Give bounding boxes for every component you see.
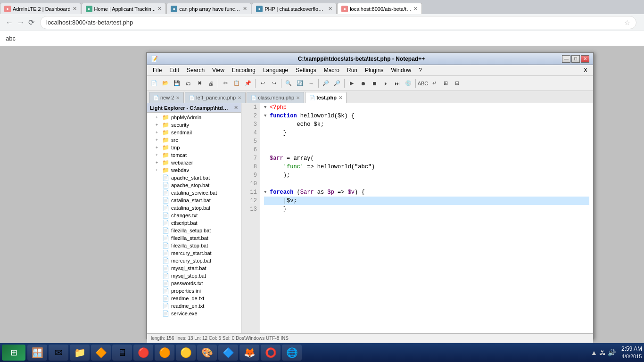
code-line-3[interactable]: echo $k; bbox=[264, 120, 589, 129]
taskbar-app-skype[interactable]: 🖥 bbox=[112, 345, 132, 361]
npp-tab-close-4[interactable]: ✕ bbox=[339, 95, 342, 100]
address-bar[interactable]: localhost:8000/ats-beta/test.php ☆ bbox=[40, 16, 636, 29]
explorer-item-13[interactable]: 📄changes.txt bbox=[147, 212, 241, 219]
taskbar-app-filezilla[interactable]: 🟡 bbox=[176, 345, 196, 361]
explorer-item-18[interactable]: 📄mercury_start.bat bbox=[147, 249, 241, 257]
explorer-item-0[interactable]: +📁phpMyAdmin bbox=[147, 114, 241, 121]
explorer-item-7[interactable]: +📁webdav bbox=[147, 166, 241, 174]
taskbar-app-notepad[interactable]: 🔷 bbox=[218, 345, 238, 361]
explorer-item-3[interactable]: +📁src bbox=[147, 136, 241, 144]
npp-close-button[interactable]: ✕ bbox=[581, 55, 589, 63]
npp-tab-4[interactable]: 📄test.php✕ bbox=[305, 92, 347, 103]
code-line-8[interactable]: 'func' => helloworld("abc") bbox=[264, 163, 589, 171]
taskbar-app-firefox[interactable]: 🦊 bbox=[239, 345, 259, 361]
toolbar-saveall[interactable]: 🗂 bbox=[183, 78, 193, 89]
explorer-item-23[interactable]: 📄properties.ini bbox=[147, 287, 241, 295]
npp-menu-run[interactable]: Run bbox=[343, 66, 361, 74]
npp-menu-view[interactable]: View bbox=[208, 66, 228, 74]
taskbar-app-xampp[interactable]: 🔶 bbox=[91, 345, 111, 361]
toolbar-wordwrap[interactable]: ↵ bbox=[429, 78, 439, 89]
fold-btn-1[interactable]: ▼ bbox=[264, 103, 269, 112]
code-line-7[interactable]: $arr = array( bbox=[264, 154, 589, 163]
explorer-item-9[interactable]: 📄apache_stop.bat bbox=[147, 181, 241, 189]
npp-menu-macro[interactable]: Macro bbox=[320, 66, 343, 74]
toolbar-find[interactable]: 🔍 bbox=[283, 78, 294, 89]
npp-minimize-button[interactable]: — bbox=[562, 55, 570, 63]
code-line-10[interactable] bbox=[264, 180, 589, 188]
npp-menu-window[interactable]: Window bbox=[387, 66, 415, 74]
npp-maximize-button[interactable]: □ bbox=[571, 55, 580, 63]
npp-menu-?[interactable]: ? bbox=[415, 66, 426, 74]
explorer-item-1[interactable]: +📁security bbox=[147, 121, 241, 129]
npp-menu-edit[interactable]: Edit bbox=[165, 66, 183, 74]
code-line-9[interactable]: ); bbox=[264, 171, 589, 180]
npp-tab-close-2[interactable]: ✕ bbox=[238, 95, 241, 100]
toolbar-redo[interactable]: ↪ bbox=[269, 78, 279, 89]
refresh-button[interactable]: ⟳ bbox=[26, 16, 36, 29]
toolbar-extra1[interactable]: ⊞ bbox=[440, 78, 451, 89]
npp-tab-2[interactable]: 📄left_pane.inc.php✕ bbox=[185, 92, 246, 103]
explorer-item-4[interactable]: +📁tmp bbox=[147, 144, 241, 151]
toolbar-paste[interactable]: 📌 bbox=[243, 78, 253, 89]
tray-arrow-icon[interactable]: ▲ bbox=[591, 349, 597, 356]
browser-tab-4[interactable]: ● PHP | chat.stackoverflow.c... ✕ bbox=[252, 3, 337, 14]
explorer-close-button[interactable]: ✕ bbox=[234, 105, 238, 111]
toolbar-playback[interactable]: ⏵ bbox=[380, 78, 391, 89]
toolbar-stop[interactable]: ⏹ bbox=[369, 78, 380, 89]
tray-clock[interactable]: 2:59 AM 4/8/2015 bbox=[621, 346, 642, 360]
npp-menu-language[interactable]: Language bbox=[259, 66, 292, 74]
taskbar-app-app6[interactable]: 🟠 bbox=[155, 345, 174, 361]
explorer-item-15[interactable]: 📄filezilla_setup.bat bbox=[147, 227, 241, 234]
forward-button[interactable]: → bbox=[15, 16, 26, 29]
explorer-item-14[interactable]: 📄ctlscript.bat bbox=[147, 219, 241, 227]
explorer-item-12[interactable]: 📄catalina_stop.bat bbox=[147, 204, 241, 212]
toolbar-extra2[interactable]: ⊟ bbox=[452, 78, 462, 89]
browser-tab-5[interactable]: ● localhost:8000/ats-beta/te... ✕ bbox=[337, 3, 422, 14]
taskbar-app-visual-studio[interactable]: 🔴 bbox=[133, 345, 153, 361]
browser-tab-2[interactable]: ● Home | Applicant Trackin... ✕ bbox=[82, 3, 166, 14]
toolbar-spellcheck[interactable]: ABC bbox=[418, 78, 428, 89]
taskbar-app-chrome[interactable]: 🌐 bbox=[282, 345, 302, 361]
explorer-item-10[interactable]: 📄catalina_service.bat bbox=[147, 189, 241, 197]
explorer-item-19[interactable]: 📄mercury_stop.bat bbox=[147, 257, 241, 264]
explorer-item-20[interactable]: 📄mysql_start.bat bbox=[147, 264, 241, 272]
explorer-item-25[interactable]: 📄readme_en.txt bbox=[147, 302, 241, 310]
npp-menu-file[interactable]: File bbox=[149, 66, 165, 74]
toolbar-new[interactable]: 📄 bbox=[149, 78, 159, 89]
npp-tab-close-3[interactable]: ✕ bbox=[296, 95, 300, 100]
code-line-4[interactable]: } bbox=[264, 129, 589, 137]
tab-close-1[interactable]: ✕ bbox=[73, 6, 77, 12]
taskbar-app-mail[interactable]: ✉ bbox=[49, 345, 68, 361]
explorer-item-17[interactable]: 📄filezilla_stop.bat bbox=[147, 242, 241, 249]
explorer-item-16[interactable]: 📄filezilla_start.bat bbox=[147, 234, 241, 242]
toolbar-run[interactable]: ▶ bbox=[347, 78, 357, 89]
explorer-item-26[interactable]: 📄service.exe bbox=[147, 310, 241, 317]
explorer-item-5[interactable]: +📁tomcat bbox=[147, 151, 241, 159]
explorer-item-2[interactable]: +📁sendmail bbox=[147, 129, 241, 136]
toolbar-save[interactable]: 💾 bbox=[172, 78, 182, 89]
code-line-13[interactable]: } bbox=[264, 205, 589, 214]
code-line-12[interactable]: |$v; bbox=[264, 197, 589, 205]
toolbar-goto[interactable]: → bbox=[306, 78, 316, 89]
code-line-6[interactable] bbox=[264, 146, 589, 154]
explorer-item-21[interactable]: 📄mysql_stop.bat bbox=[147, 272, 241, 280]
toolbar-close[interactable]: ✖ bbox=[194, 78, 205, 89]
code-area[interactable]: ▼<?php▼function helloworld($k) { echo $k… bbox=[260, 103, 593, 333]
explorer-item-6[interactable]: +📁webalizer bbox=[147, 159, 241, 166]
tab-close-3[interactable]: ✕ bbox=[243, 6, 247, 12]
code-line-5[interactable] bbox=[264, 137, 589, 146]
npp-menu-settings[interactable]: Settings bbox=[292, 66, 320, 74]
toolbar-zoom-out[interactable]: 🔎 bbox=[332, 78, 342, 89]
explorer-item-11[interactable]: 📄catalina_start.bat bbox=[147, 197, 241, 204]
explorer-item-22[interactable]: 📄passwords.txt bbox=[147, 280, 241, 287]
npp-code-editor[interactable]: 12345678910111213 ▼<?php▼function hellow… bbox=[241, 103, 593, 333]
npp-menu-encoding[interactable]: Encoding bbox=[228, 66, 259, 74]
npp-menu-search[interactable]: Search bbox=[183, 66, 208, 74]
fold-btn-11[interactable]: ▼ bbox=[264, 188, 269, 197]
npp-tab-close-1[interactable]: ✕ bbox=[176, 95, 180, 100]
taskbar-app-start[interactable]: 🪟 bbox=[27, 345, 47, 361]
toolbar-undo[interactable]: ↩ bbox=[257, 78, 268, 89]
npp-menu-x[interactable]: X bbox=[580, 66, 591, 74]
toolbar-record[interactable]: ⏺ bbox=[358, 78, 368, 89]
toolbar-zoom-in[interactable]: 🔎 bbox=[321, 78, 331, 89]
